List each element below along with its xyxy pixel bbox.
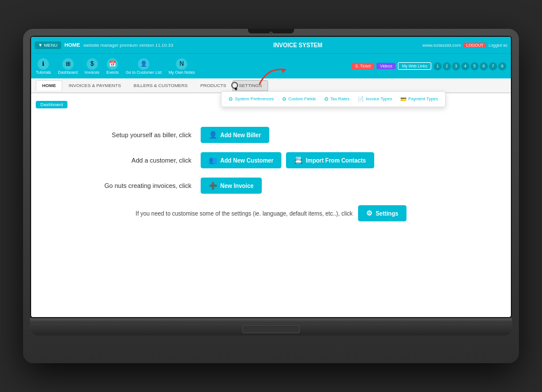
invoices-label: Invoices bbox=[85, 70, 100, 74]
preferences-label: System Preferences bbox=[235, 96, 274, 101]
videos-button[interactable]: Videos bbox=[377, 63, 396, 69]
settings-dropdown-container: SETTINGS ⚙ System Preferences ⚙ Custom F… bbox=[232, 80, 268, 91]
settings-icon: ⚙ bbox=[366, 209, 372, 217]
num-btn-2[interactable]: 2 bbox=[443, 62, 451, 70]
dashboard-badge: Dashboard bbox=[36, 101, 67, 108]
dropdown-tax-rates[interactable]: ⚙ Tax Rates bbox=[322, 95, 352, 103]
laptop-frame: ▼ MENU HOME website manager premium vers… bbox=[23, 29, 519, 363]
notes-label: My Own Notes bbox=[168, 70, 195, 74]
add-new-customer-button[interactable]: 👥 Add New Customer bbox=[201, 152, 281, 168]
toolbar-events[interactable]: 📅 Events bbox=[107, 58, 119, 74]
top-bar: ▼ MENU HOME website manager premium vers… bbox=[31, 37, 511, 53]
step-row-biller: Setup yourself as biller, click 👤 Add Ne… bbox=[53, 127, 489, 143]
add-new-customer-label: Add New Customer bbox=[220, 157, 273, 164]
tab-billers-customers[interactable]: BILLERS & CUSTOMERS bbox=[127, 80, 194, 91]
add-new-biller-button[interactable]: 👤 Add New Biller bbox=[201, 127, 269, 143]
payment-types-label: Payment Types bbox=[408, 96, 438, 101]
main-content: Dashboard Setup yourself as biller, clic… bbox=[31, 93, 511, 317]
settings-button[interactable]: ⚙ Settings bbox=[358, 205, 406, 221]
customer-label: Go to Customer List bbox=[126, 70, 161, 74]
invoice-types-label: Invoice Types bbox=[366, 96, 392, 101]
laptop-hinge bbox=[30, 318, 512, 323]
settings-row-text: If you need to customise some of the set… bbox=[136, 210, 352, 217]
tutorials-icon: ℹ bbox=[37, 58, 49, 70]
step-invoice-text: Go nuts creating invoices, click bbox=[53, 182, 191, 189]
laptop-bottom bbox=[30, 323, 512, 336]
preferences-icon: ⚙ bbox=[228, 96, 233, 102]
dropdown-payment-types[interactable]: 💳 Payment Types bbox=[398, 95, 441, 103]
home-button[interactable]: HOME bbox=[65, 42, 80, 48]
num-btn-1[interactable]: 1 bbox=[434, 62, 442, 70]
logout-button[interactable]: LOGOUT bbox=[464, 43, 487, 48]
content-area: Setup yourself as biller, click 👤 Add Ne… bbox=[36, 115, 506, 233]
toolbar-tutorials[interactable]: ℹ Tutorials bbox=[36, 58, 51, 74]
step-invoice-buttons: ➕ New Invoice bbox=[201, 178, 262, 194]
toolbar-dashboard[interactable]: ⊞ Dashboard bbox=[58, 58, 78, 74]
invoices-icon: $ bbox=[86, 58, 98, 70]
custom-fields-icon: ⚙ bbox=[282, 96, 287, 102]
import-from-contacts-label: Import From Contacts bbox=[306, 157, 366, 164]
support-ticket-button[interactable]: S. Ticket bbox=[352, 63, 374, 69]
laptop-screen: ▼ MENU HOME website manager premium vers… bbox=[30, 36, 512, 318]
notes-icon: N bbox=[176, 58, 187, 70]
laptop-camera bbox=[269, 32, 273, 35]
my-web-links-button[interactable]: My Web Links bbox=[398, 62, 431, 70]
toolbar-my-own[interactable]: N My Own Notes bbox=[168, 58, 195, 74]
step-biller-buttons: 👤 Add New Biller bbox=[201, 127, 269, 143]
dashboard-label: Dashboard bbox=[58, 70, 78, 74]
invoice-types-icon: 📄 bbox=[357, 96, 364, 102]
tutorials-label: Tutorials bbox=[36, 70, 51, 74]
biller-icon: 👤 bbox=[209, 131, 217, 139]
num-btn-4[interactable]: 4 bbox=[461, 62, 469, 70]
step-row-customer: Add a customer, click 👥 Add New Customer… bbox=[53, 152, 489, 168]
payment-types-icon: 💳 bbox=[400, 96, 406, 102]
menu-button[interactable]: ▼ MENU bbox=[35, 42, 61, 49]
import-from-contacts-button[interactable]: 📇 Import From Contacts bbox=[286, 152, 374, 168]
num-btn-8[interactable]: 8 bbox=[498, 62, 506, 70]
tab-products[interactable]: PRODUCTS bbox=[194, 80, 233, 91]
app-url: www.eziassist.com bbox=[423, 43, 461, 48]
settings-button-label: Settings bbox=[375, 210, 398, 217]
events-label: Events bbox=[107, 70, 119, 74]
app-info: website manager premium version 11.10.33 bbox=[84, 43, 174, 48]
customer-icon: 👤 bbox=[138, 58, 149, 70]
tax-rates-icon: ⚙ bbox=[324, 96, 329, 102]
dropdown-system-preferences[interactable]: ⚙ System Preferences bbox=[226, 95, 276, 103]
dropdown-invoice-types[interactable]: 📄 Invoice Types bbox=[355, 95, 394, 103]
new-invoice-icon: ➕ bbox=[209, 182, 217, 190]
top-bar-left: ▼ MENU HOME website manager premium vers… bbox=[35, 42, 173, 49]
number-buttons: 1 2 3 4 5 6 7 8 bbox=[434, 62, 506, 70]
top-bar-right: www.eziassist.com LOGOUT Logged as bbox=[423, 43, 507, 48]
tab-invoices-payments[interactable]: INVOICES & PAYMENTS bbox=[62, 80, 127, 91]
tab-settings[interactable]: SETTINGS bbox=[232, 80, 268, 91]
toolbar-invoices[interactable]: $ Invoices bbox=[85, 58, 100, 74]
tax-rates-label: Tax Rates bbox=[330, 96, 349, 101]
events-icon: 📅 bbox=[107, 58, 118, 70]
nav-tabs: HOME INVOICES & PAYMENTS BILLERS & CUSTO… bbox=[31, 78, 511, 93]
add-new-biller-label: Add New Biller bbox=[220, 132, 261, 138]
app-title: INVOICE SYSTEM bbox=[273, 42, 322, 48]
settings-dropdown-menu: ⚙ System Preferences ⚙ Custom Fields ⚙ T… bbox=[221, 91, 445, 107]
contacts-icon: 📇 bbox=[294, 156, 303, 164]
step-biller-text: Setup yourself as biller, click bbox=[53, 131, 191, 138]
tab-home[interactable]: HOME bbox=[36, 80, 62, 91]
laptop-trackpad bbox=[242, 325, 300, 333]
num-btn-5[interactable]: 5 bbox=[471, 62, 479, 70]
toolbar-goto-customer[interactable]: 👤 Go to Customer List bbox=[126, 58, 161, 74]
logged-in-text: Logged as bbox=[488, 43, 507, 47]
new-invoice-button[interactable]: ➕ New Invoice bbox=[201, 178, 262, 194]
step-row-invoice: Go nuts creating invoices, click ➕ New I… bbox=[53, 178, 489, 194]
app-container: ▼ MENU HOME website manager premium vers… bbox=[31, 37, 511, 317]
custom-fields-label: Custom Fields bbox=[288, 96, 316, 101]
settings-row: If you need to customise some of the set… bbox=[53, 205, 489, 221]
step-customer-buttons: 👥 Add New Customer 📇 Import From Contact… bbox=[201, 152, 374, 168]
new-invoice-label: New Invoice bbox=[220, 183, 254, 189]
dashboard-icon: ⊞ bbox=[62, 58, 74, 70]
num-btn-6[interactable]: 6 bbox=[480, 62, 488, 70]
dropdown-custom-fields[interactable]: ⚙ Custom Fields bbox=[280, 95, 318, 103]
toolbar-right: S. Ticket Videos My Web Links 1 2 3 4 5 … bbox=[352, 62, 506, 70]
icon-toolbar: ℹ Tutorials ⊞ Dashboard $ Invoices 📅 Eve… bbox=[31, 53, 511, 78]
customer-add-icon: 👥 bbox=[209, 156, 217, 164]
num-btn-3[interactable]: 3 bbox=[452, 62, 460, 70]
num-btn-7[interactable]: 7 bbox=[489, 62, 497, 70]
